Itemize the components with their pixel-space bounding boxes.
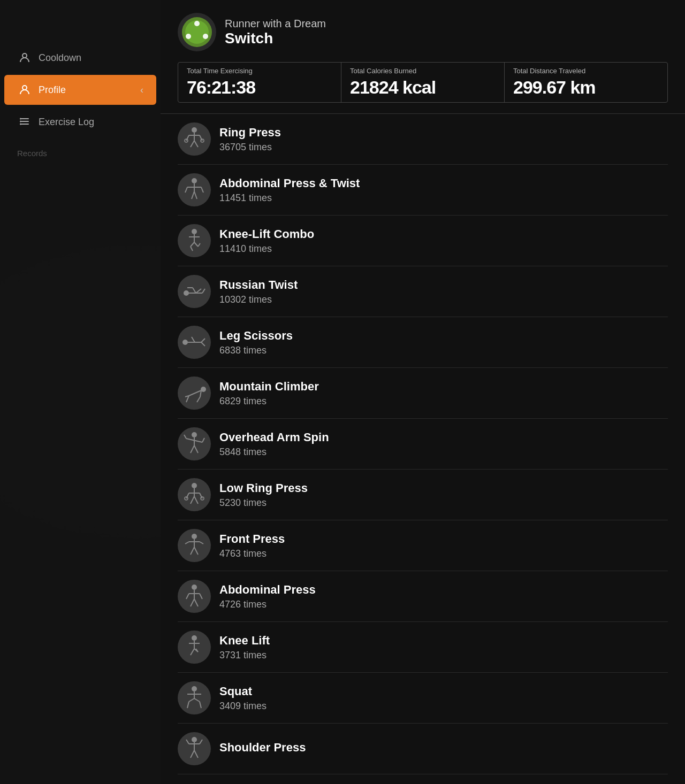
sidebar-collapse-arrow: ‹ [140, 84, 143, 96]
svg-line-34 [194, 242, 198, 247]
exercise-name: Leg Scissors [219, 329, 668, 343]
exercise-name: Abdominal Press & Twist [219, 176, 668, 190]
svg-point-7 [20, 124, 21, 125]
svg-rect-4 [20, 124, 29, 125]
stat-distance-value: 299.67 km [513, 77, 659, 98]
exercise-avatar [178, 122, 211, 156]
exercise-count: 10302 times [219, 294, 668, 305]
svg-line-35 [198, 243, 200, 247]
exercise-avatar [178, 224, 211, 257]
profile-icon [17, 82, 32, 97]
exercise-avatar [178, 681, 211, 714]
exercise-item: Front Press4763 times [178, 520, 668, 571]
exercise-name: Knee Lift [219, 634, 668, 648]
svg-point-89 [192, 686, 197, 691]
svg-point-0 [22, 53, 27, 58]
svg-line-27 [192, 191, 194, 199]
svg-line-57 [202, 438, 204, 442]
svg-point-42 [182, 340, 188, 345]
exercise-avatar [178, 427, 211, 460]
stat-distance: Total Distance Traveled 299.67 km [505, 63, 667, 102]
sidebar-item-profile[interactable]: Profile ‹ [4, 75, 156, 105]
svg-line-46 [201, 342, 205, 346]
exercise-count: 6829 times [219, 396, 668, 407]
exercise-log-icon [17, 114, 32, 129]
svg-line-102 [194, 750, 198, 758]
exercise-item: Squat3409 times [178, 673, 668, 724]
exercise-count: 4726 times [219, 599, 668, 610]
exercise-name: Overhead Arm Spin [219, 431, 668, 444]
main-content: Runner with a Dream Switch Total Time Ex… [161, 0, 685, 784]
exercise-avatar [178, 478, 211, 511]
svg-point-5 [20, 118, 21, 120]
svg-line-94 [194, 698, 200, 702]
exercise-item: Leg Scissors6838 times [178, 317, 668, 368]
exercise-item: Mountain Climber6829 times [178, 368, 668, 419]
profile-avatar [178, 13, 216, 51]
svg-point-96 [192, 737, 197, 742]
exercise-item: Russian Twist10302 times [178, 266, 668, 317]
exercise-name: Front Press [219, 532, 668, 546]
svg-line-101 [191, 750, 194, 758]
svg-line-44 [192, 337, 195, 342]
svg-point-11 [186, 34, 191, 39]
svg-line-28 [194, 191, 197, 199]
exercise-name: Ring Press [219, 126, 668, 140]
svg-line-58 [191, 445, 194, 453]
exercise-name: Squat [219, 685, 668, 698]
exercise-avatar [178, 326, 211, 359]
profile-platform: Switch [225, 30, 326, 47]
svg-line-56 [184, 435, 186, 439]
exercise-name: Low Ring Press [219, 481, 668, 495]
exercise-avatar [178, 631, 211, 664]
exercise-list: Ring Press36705 timesAbdominal Press & T… [161, 114, 685, 774]
svg-point-1 [22, 86, 27, 90]
svg-rect-3 [20, 121, 29, 122]
exercise-item: Low Ring Press5230 times [178, 470, 668, 520]
svg-line-95 [200, 702, 201, 708]
svg-point-22 [192, 178, 197, 183]
exercise-item: Knee-Lift Combo11410 times [178, 216, 668, 266]
svg-line-32 [191, 242, 194, 247]
svg-line-82 [194, 599, 198, 606]
stat-calories-value: 21824 kcal [350, 77, 496, 98]
exercise-item: Abdominal Press4726 times [178, 571, 668, 622]
exercise-name: Mountain Climber [219, 380, 668, 394]
svg-line-72 [185, 542, 189, 544]
exercise-count: 36705 times [219, 142, 668, 153]
sidebar-item-cooldown-label: Cooldown [39, 52, 81, 64]
svg-point-29 [192, 229, 197, 234]
svg-rect-2 [20, 118, 29, 119]
svg-point-53 [192, 432, 197, 437]
svg-line-100 [200, 740, 202, 744]
sidebar-item-cooldown[interactable]: Cooldown [4, 43, 156, 73]
svg-line-73 [200, 542, 203, 544]
exercise-name: Knee-Lift Combo [219, 227, 668, 241]
svg-line-52 [197, 397, 200, 402]
exercise-item: Abdominal Press & Twist11451 times [178, 165, 668, 216]
svg-line-86 [191, 649, 194, 655]
svg-line-75 [194, 547, 198, 555]
svg-line-38 [193, 288, 196, 293]
exercise-name: Shoulder Press [219, 741, 668, 755]
svg-line-74 [191, 547, 194, 555]
svg-point-69 [192, 534, 197, 539]
sidebar-item-exercise-log[interactable]: Exercise Log [4, 107, 156, 137]
svg-point-36 [184, 290, 189, 296]
sidebar-item-exercise-log-label: Exercise Log [39, 117, 94, 128]
exercise-avatar [178, 275, 211, 308]
exercise-item: Overhead Arm Spin5848 times [178, 419, 668, 470]
exercise-avatar [178, 173, 211, 206]
exercise-count: 5848 times [219, 447, 668, 458]
svg-line-40 [196, 289, 201, 293]
exercise-count: 11451 times [219, 193, 668, 204]
svg-point-10 [194, 21, 200, 26]
svg-line-68 [194, 496, 198, 504]
exercise-count: 4763 times [219, 548, 668, 559]
svg-point-6 [20, 121, 21, 122]
exercise-count: 5230 times [219, 497, 668, 509]
exercise-count: 3731 times [219, 650, 668, 661]
stat-time-value: 76:21:38 [187, 77, 332, 98]
sidebar-item-profile-label: Profile [39, 84, 66, 96]
exercise-name: Abdominal Press [219, 583, 668, 597]
